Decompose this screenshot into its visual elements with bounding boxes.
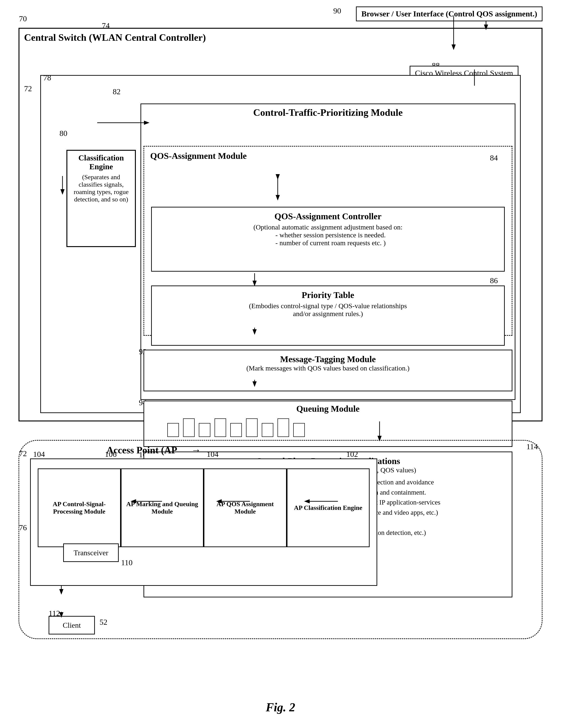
client-label: Client (63, 621, 81, 630)
classification-engine-text: (Separates and classifies signals, roami… (70, 173, 132, 203)
browser-label: Browser / User Interface (Control QOS as… (361, 9, 537, 18)
ref-82: 82 (113, 87, 121, 96)
region-78: 78 82 80 Classification Engine (Separate… (40, 75, 521, 413)
ap-marking-title: AP Marking and Queuing Module (124, 500, 201, 515)
queuing-module-title: Queuing Module (149, 404, 507, 414)
queue-box-6 (246, 418, 258, 437)
ap-classification-box: AP Classification Engine (287, 468, 370, 547)
ref-106: 106 (105, 450, 117, 459)
qos-controller-title: QOS-Assignment Controller (156, 211, 500, 221)
ap-control-title: AP Control-Signal-Processing Module (41, 500, 118, 515)
queue-box-3 (199, 423, 211, 437)
message-tagging-title: Message-Tagging Module (148, 354, 508, 364)
ref-86: 86 (490, 276, 498, 285)
message-tagging-text: (Mark messages with QOS values based on … (148, 364, 508, 372)
ref-72-top: 72 (24, 84, 32, 93)
ap-qos-module-box: AP QOS Assignment Module (204, 468, 287, 547)
queue-box-1 (167, 423, 179, 437)
ap-classification-title: AP Classification Engine (290, 504, 367, 511)
ref-84: 84 (490, 154, 498, 162)
ap-control-module-box: AP Control-Signal-Processing Module (38, 468, 121, 547)
central-switch-title: Central Switch (WLAN Central Controller) (19, 29, 542, 46)
ap-qos-title: AP QOS Assignment Module (207, 500, 284, 515)
page: 70 74 90 Browser / User Interface (Contr… (0, 0, 561, 728)
qos-controller-text: (Optional automatic assignment adjustmen… (156, 223, 500, 247)
priority-table-title: Priority Table (156, 290, 500, 300)
classification-engine-box: Classification Engine (Separates and cla… (66, 150, 136, 247)
ref-78: 78 (43, 73, 51, 82)
ref-90: 90 (333, 6, 341, 15)
ap-modules-row: AP Control-Signal-Processing Module AP M… (38, 468, 369, 547)
ctp-module-title: Control-Traffic-Prioritizing Module (141, 104, 515, 121)
ref-102: 102 (346, 450, 358, 459)
ref-76: 76 (19, 523, 27, 532)
queue-box-4 (215, 418, 226, 437)
ap-inner-box: 104 106 104 102 AP Control-Signal-Proces… (30, 458, 377, 586)
ref-110: 110 (121, 558, 133, 567)
transceiver-label: Transceiver (74, 549, 108, 557)
message-tagging-box: Message-Tagging Module (Mark messages wi… (144, 350, 512, 391)
priority-table-box: Priority Table (Embodies control-signal … (151, 286, 505, 346)
qos-assignment-title: QOS-Assignment Module (147, 149, 509, 163)
ap-marking-module-box: AP Marking and Queuing Module (121, 468, 204, 547)
ref-104-left: 104 (33, 450, 45, 459)
queue-box-2 (183, 418, 195, 437)
ref-104-right: 104 (207, 450, 219, 459)
ref-114: 114 (526, 442, 538, 451)
classification-engine-title: Classification Engine (70, 154, 132, 171)
queue-box-8 (278, 418, 289, 437)
ap-title: Access Point (AP → (107, 445, 201, 456)
queue-box-9 (293, 423, 305, 437)
queue-boxes (149, 418, 507, 437)
ref-52: 52 (100, 618, 107, 627)
browser-box: Browser / User Interface (Control QOS as… (356, 6, 542, 21)
queue-box-7 (262, 423, 273, 437)
priority-table-text: (Embodies control-signal type / QOS-valu… (156, 302, 500, 318)
queue-box-5 (230, 423, 242, 437)
client-box: Client (49, 616, 95, 634)
ref-112: 112 (49, 609, 60, 618)
ref-80: 80 (60, 129, 67, 138)
fig-label: Fig. 2 (266, 700, 295, 714)
ctp-module-box: Control-Traffic-Prioritizing Module QOS-… (141, 104, 515, 400)
qos-assignment-module: QOS-Assignment Module 84 QOS-Assignment … (144, 146, 512, 336)
transceiver-box: Transceiver (63, 543, 119, 562)
central-switch-box: Central Switch (WLAN Central Controller)… (19, 28, 542, 421)
ref-70: 70 (19, 14, 27, 23)
qos-controller-box: QOS-Assignment Controller (Optional auto… (151, 207, 505, 272)
